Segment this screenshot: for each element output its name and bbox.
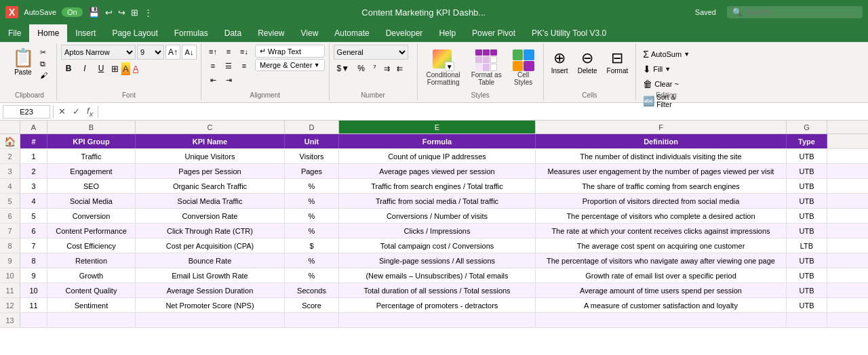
- cell-f[interactable]: The percentage of visitors who complete …: [536, 209, 787, 223]
- cell-b[interactable]: Content Performance: [47, 224, 136, 238]
- font-color-icon[interactable]: A: [132, 62, 140, 75]
- cell-f[interactable]: Proportion of visitors directed from soc…: [536, 194, 787, 208]
- autosum-button[interactable]: Σ AutoSum ▼: [640, 47, 692, 61]
- tab-review[interactable]: Review: [250, 24, 292, 42]
- cell-a1[interactable]: #: [20, 134, 47, 148]
- cell-d[interactable]: %: [285, 253, 339, 268]
- cell-a[interactable]: 8: [20, 253, 47, 268]
- cell-g[interactable]: LTB: [787, 238, 827, 253]
- col-header-c[interactable]: C: [136, 121, 285, 133]
- cell-e[interactable]: Average pages viewed per session: [339, 164, 536, 178]
- autosave-toggle[interactable]: On: [62, 7, 83, 17]
- underline-button[interactable]: U: [94, 61, 108, 76]
- cell-e[interactable]: Percentage of promoters - detractors: [339, 298, 536, 312]
- cell-g1[interactable]: Type: [787, 134, 827, 148]
- insert-function-icon[interactable]: fx: [85, 106, 95, 118]
- col-header-b[interactable]: B: [47, 121, 136, 133]
- tab-help[interactable]: Help: [431, 24, 464, 42]
- cell-b[interactable]: Retention: [47, 253, 136, 268]
- cell-a[interactable]: 2: [20, 164, 47, 178]
- cell-styles-button[interactable]: Cell Styles: [509, 47, 538, 88]
- increase-font-button[interactable]: A↑: [165, 45, 180, 60]
- undo-icon[interactable]: ↩: [105, 7, 113, 18]
- bold-button[interactable]: B: [61, 61, 76, 76]
- cell-d[interactable]: %: [285, 209, 339, 223]
- confirm-formula-icon[interactable]: ✓: [71, 106, 82, 117]
- align-top-button[interactable]: ≡↑: [205, 45, 220, 58]
- cell-e[interactable]: Total duration of all sessions / Total s…: [339, 283, 536, 297]
- cell-f[interactable]: The rate at which your content receives …: [536, 224, 787, 238]
- cell-c[interactable]: Cost per Acquisition (CPA): [136, 238, 285, 253]
- tab-pk-utility[interactable]: PK's Utility Tool V3.0: [524, 24, 614, 42]
- tab-formulas[interactable]: Formulas: [166, 24, 216, 42]
- fill-dropdown-icon[interactable]: ▼: [665, 66, 671, 72]
- align-middle-button[interactable]: ≡: [221, 45, 236, 58]
- cell-d[interactable]: %: [285, 268, 339, 283]
- cell-f[interactable]: Measures user engagement by the number o…: [536, 164, 787, 178]
- col-header-g[interactable]: G: [787, 121, 827, 133]
- cell-b[interactable]: Engagement: [47, 164, 136, 178]
- col-header-d[interactable]: D: [285, 121, 339, 133]
- font-name-select[interactable]: Aptos Narrow: [61, 45, 136, 60]
- cancel-formula-icon[interactable]: ✕: [56, 106, 68, 117]
- cell-c[interactable]: Bounce Rate: [136, 253, 285, 268]
- fill-button[interactable]: ⬇ Fill ▼: [640, 62, 692, 76]
- cell-c[interactable]: [136, 313, 285, 327]
- cell-f[interactable]: The number of distinct individuals visit…: [536, 149, 787, 163]
- cell-c[interactable]: Conversion Rate: [136, 209, 285, 223]
- cell-g[interactable]: UTB: [787, 164, 827, 178]
- align-bottom-button[interactable]: ≡↓: [237, 45, 252, 58]
- cell-d[interactable]: %: [285, 224, 339, 238]
- tab-view[interactable]: View: [293, 24, 327, 42]
- cell-d[interactable]: Pages: [285, 164, 339, 178]
- tab-automate[interactable]: Automate: [326, 24, 377, 42]
- font-size-select[interactable]: 9: [137, 45, 164, 60]
- percent-button[interactable]: %: [354, 61, 368, 76]
- cell-a[interactable]: 11: [20, 298, 47, 312]
- cell-c[interactable]: Social Media Traffic: [136, 194, 285, 208]
- search-input[interactable]: [745, 7, 847, 17]
- cell-g[interactable]: UTB: [787, 298, 827, 312]
- cell-f[interactable]: The percentage of visitors who navigate …: [536, 253, 787, 268]
- table-icon[interactable]: ⊞: [131, 7, 138, 18]
- cell-c[interactable]: Average Session Duration: [136, 283, 285, 297]
- redo-icon[interactable]: ↪: [118, 7, 125, 18]
- cell-e1[interactable]: Formula: [339, 134, 536, 148]
- formula-input[interactable]: [101, 107, 865, 117]
- decrease-indent-button[interactable]: ⇤: [205, 73, 220, 87]
- cell-f1[interactable]: Definition: [536, 134, 787, 148]
- cell-f[interactable]: A measure of customer satisfaction and l…: [536, 298, 787, 312]
- italic-button[interactable]: I: [77, 61, 92, 76]
- cell-a[interactable]: 6: [20, 224, 47, 238]
- tab-developer[interactable]: Developer: [378, 24, 431, 42]
- cell-b[interactable]: Social Media: [47, 194, 136, 208]
- cell-f[interactable]: Growth rate of email list over a specifi…: [536, 268, 787, 283]
- cell-b[interactable]: Content Quality: [47, 283, 136, 297]
- cell-g[interactable]: UTB: [787, 268, 827, 283]
- cell-c[interactable]: Email List Growth Rate: [136, 268, 285, 283]
- currency-button[interactable]: $▼: [334, 61, 353, 76]
- cell-b[interactable]: Traffic: [47, 149, 136, 163]
- cell-b1[interactable]: KPI Group: [47, 134, 136, 148]
- cell-b[interactable]: Conversion: [47, 209, 136, 223]
- cell-e[interactable]: [339, 313, 536, 327]
- cell-f[interactable]: [536, 313, 787, 327]
- increase-decimal-button[interactable]: ⇇: [394, 61, 406, 76]
- number-format-select[interactable]: General: [334, 45, 408, 60]
- col-header-a[interactable]: A: [20, 121, 47, 133]
- search-box[interactable]: 🔍: [727, 6, 863, 18]
- cell-g[interactable]: UTB: [787, 253, 827, 268]
- cell-e[interactable]: Count of unique IP addresses: [339, 149, 536, 163]
- format-button[interactable]: ⊟ Format: [604, 47, 632, 77]
- cell-e[interactable]: (New emails – Unsubscribes) / Total emai…: [339, 268, 536, 283]
- clear-button[interactable]: 🗑 Clear ~: [640, 77, 692, 91]
- tab-file[interactable]: File: [0, 24, 29, 42]
- conditional-formatting-button[interactable]: ▼ Conditional Formatting: [423, 47, 464, 88]
- cell-g[interactable]: UTB: [787, 224, 827, 238]
- fill-color-icon[interactable]: A: [121, 62, 130, 75]
- wrap-text-button[interactable]: ↵ Wrap Text: [255, 45, 325, 58]
- cell-f[interactable]: The share of traffic coming from search …: [536, 179, 787, 193]
- col-header-f[interactable]: F: [536, 121, 787, 133]
- autosum-dropdown-icon[interactable]: ▼: [684, 51, 690, 58]
- cell-b[interactable]: Cost Efficiency: [47, 238, 136, 253]
